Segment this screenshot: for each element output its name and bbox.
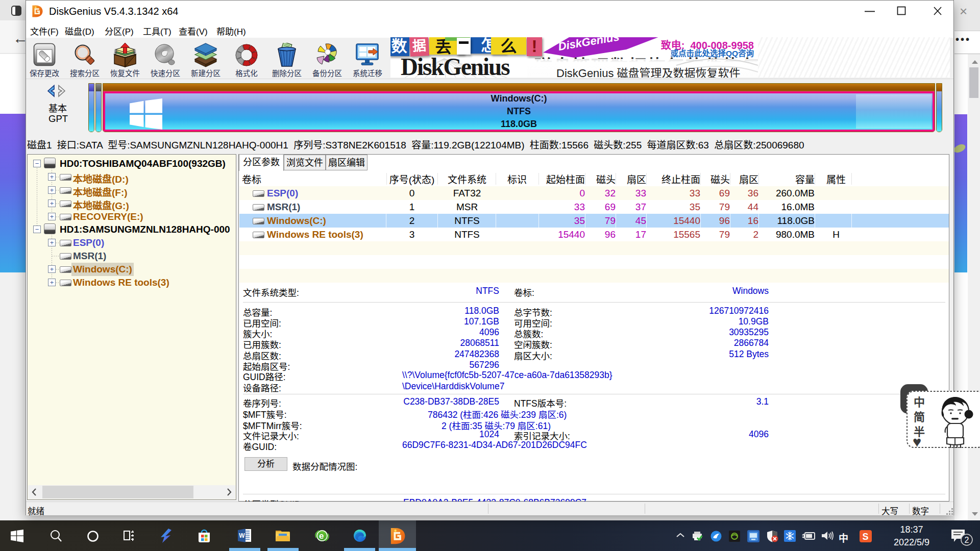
svg-text:e: e (319, 531, 324, 541)
svg-text:2: 2 (965, 536, 969, 544)
svg-text:S: S (863, 532, 869, 542)
svg-text:W: W (239, 532, 245, 539)
